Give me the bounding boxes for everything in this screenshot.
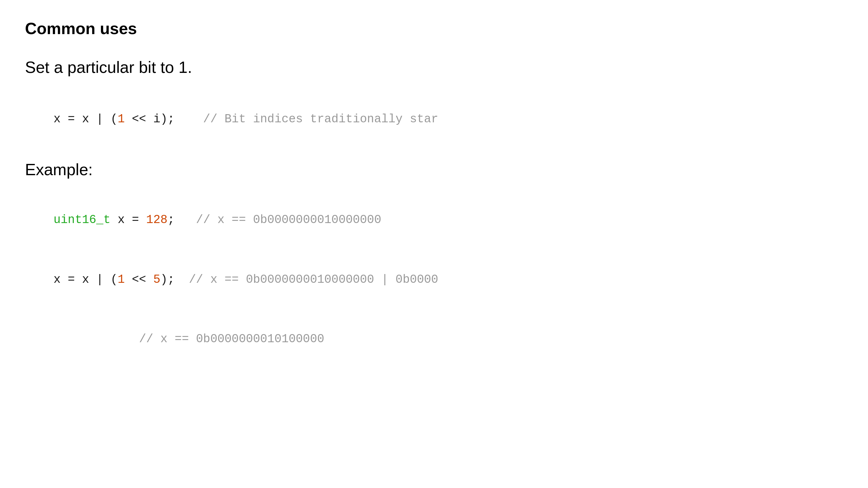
code-shift-i: << i); (125, 112, 175, 126)
code-one-2: 1 (118, 273, 125, 286)
code-type: uint16_t (54, 213, 110, 227)
code-block-example: uint16_t x = 128; // x == 0b000000001000… (25, 192, 412, 368)
code-semicolon-1: ; (167, 213, 196, 227)
code-indent (54, 332, 139, 346)
code-line-3: x = x | (1 << 5); // x == 0b000000001000… (25, 251, 412, 308)
code-five: 5 (153, 273, 160, 286)
code-line-1: x = x | (1 << i); // Bit indices traditi… (25, 91, 412, 148)
example-label: Example: (25, 160, 412, 179)
code-comment-2: // x == 0b0000000010000000 (196, 213, 381, 227)
code-x-equals: x = x | ( (54, 112, 118, 126)
code-one: 1 (118, 112, 125, 126)
code-line-2: uint16_t x = 128; // x == 0b000000001000… (25, 192, 412, 248)
code-semicolon-2: ); (160, 273, 189, 286)
code-shift: << (125, 273, 153, 286)
code-block-simple: x = x | (1 << i); // Bit indices traditi… (25, 91, 412, 148)
code-x-or: x = x | ( (54, 273, 118, 286)
section-heading: Set a particular bit to 1. (25, 57, 412, 78)
page-title: Common uses (25, 19, 412, 38)
code-comment-4: // x == 0b0000000010100000 (139, 332, 324, 346)
code-128: 128 (146, 213, 167, 227)
code-comment-3: // x == 0b0000000010000000 | 0b000000000… (189, 273, 437, 286)
code-comment-1: // Bit indices traditionally start on ri… (175, 112, 437, 126)
code-x-assign: x = (111, 213, 146, 227)
code-line-4: // x == 0b0000000010100000 (25, 311, 412, 368)
